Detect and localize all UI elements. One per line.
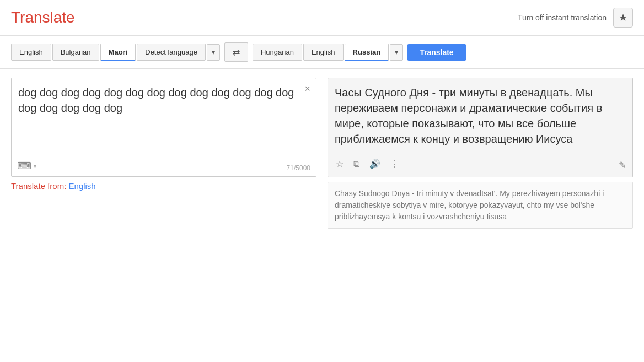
- header: Translate Turn off instant translation ★: [0, 0, 644, 36]
- translate-from-lang: English: [68, 181, 95, 191]
- output-text: Часы Судного Дня - три минуты в двенадца…: [335, 85, 626, 147]
- translate-from-label: Translate from:: [11, 181, 66, 191]
- target-lang-hungarian[interactable]: Hungarian: [253, 44, 302, 61]
- star-icon: ★: [619, 12, 627, 24]
- source-lang-bulgarian[interactable]: Bulgarian: [52, 44, 99, 61]
- keyboard-button[interactable]: ⌨ ▾: [17, 160, 36, 172]
- char-count: 71/5000: [287, 164, 310, 172]
- share-translation-button[interactable]: ⋮: [389, 158, 400, 170]
- output-actions: ☆ ⧉ 🔊 ⋮: [335, 153, 626, 170]
- translate-button[interactable]: Translate: [407, 44, 465, 61]
- target-lang-dropdown[interactable]: ▾: [390, 44, 403, 61]
- header-right: Turn off instant translation ★: [518, 8, 633, 28]
- source-lang-detect[interactable]: Detect language: [137, 44, 206, 61]
- target-lang-russian[interactable]: Russian: [345, 44, 389, 61]
- favorites-button[interactable]: ★: [613, 8, 633, 28]
- swap-languages-button[interactable]: ⇄: [224, 42, 248, 62]
- romanization-text: Chasy Sudnogo Dnya - tri minuty v dvenad…: [328, 182, 633, 229]
- translate-from: Translate from: English: [11, 181, 316, 191]
- keyboard-icon: ⌨: [17, 160, 31, 172]
- source-text: dog dog dog dog dog dog dog dog dog dog …: [18, 85, 296, 116]
- target-panel: Часы Судного Дня - три минуты в двенадца…: [328, 78, 633, 229]
- favorite-translation-button[interactable]: ☆: [335, 158, 345, 170]
- source-lang-dropdown[interactable]: ▾: [207, 44, 220, 61]
- swap-icon: ⇄: [233, 47, 240, 57]
- source-lang-group: English Bulgarian Maori Detect language …: [11, 44, 220, 61]
- keyboard-arrow: ▾: [34, 163, 36, 169]
- clear-button[interactable]: ×: [304, 84, 310, 94]
- edit-translation-button[interactable]: ✎: [619, 160, 626, 170]
- target-lang-english[interactable]: English: [303, 44, 344, 61]
- source-lang-maori[interactable]: Maori: [100, 44, 136, 61]
- source-panel: dog dog dog dog dog dog dog dog dog dog …: [11, 78, 316, 229]
- listen-translation-button[interactable]: 🔊: [368, 158, 382, 170]
- app-title: Translate: [11, 9, 75, 26]
- main-area: dog dog dog dog dog dog dog dog dog dog …: [0, 69, 644, 237]
- copy-translation-button[interactable]: ⧉: [352, 158, 361, 170]
- source-input-box[interactable]: dog dog dog dog dog dog dog dog dog dog …: [11, 78, 316, 177]
- source-lang-english[interactable]: English: [11, 44, 51, 61]
- output-box: Часы Судного Дня - три минуты в двенадца…: [328, 78, 633, 177]
- toolbar: English Bulgarian Maori Detect language …: [0, 36, 644, 69]
- target-lang-group: Hungarian English Russian ▾: [253, 44, 403, 61]
- turn-off-label: Turn off instant translation: [518, 13, 607, 22]
